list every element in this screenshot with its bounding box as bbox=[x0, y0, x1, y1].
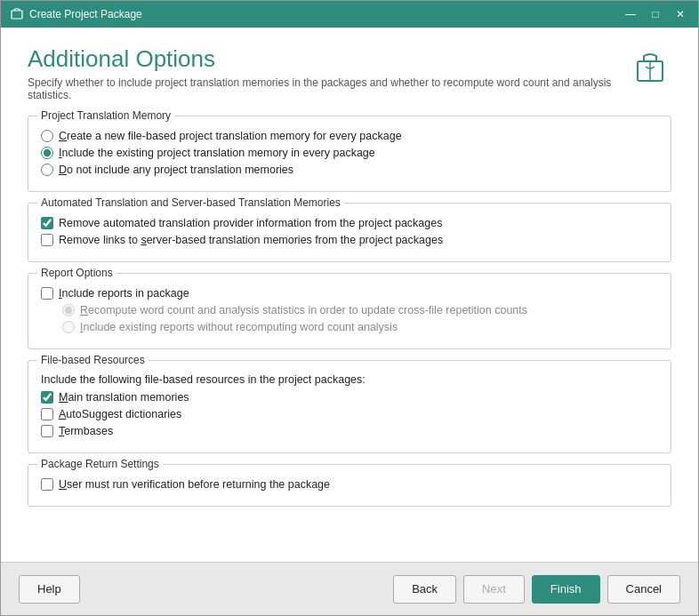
rpt-include-checkbox[interactable] bbox=[41, 287, 53, 300]
maximize-button[interactable]: □ bbox=[647, 8, 664, 20]
ptm-new-radio[interactable] bbox=[41, 130, 53, 142]
rpt-existing-label[interactable]: Include existing reports without recompu… bbox=[80, 321, 398, 333]
ptm-include-label[interactable]: Include the existing project translation… bbox=[59, 147, 375, 159]
fr-main-tm-row: Main translation memories bbox=[41, 391, 658, 404]
package-return-legend: Package Return Settings bbox=[37, 458, 163, 470]
close-button[interactable]: ✕ bbox=[671, 8, 689, 20]
file-resources-include-label: Include the following file-based resourc… bbox=[41, 373, 658, 386]
fr-termbases-label[interactable]: Termbases bbox=[59, 425, 113, 437]
report-sub-options: Recompute word count and analysis statis… bbox=[62, 304, 658, 333]
fr-main-tm-label[interactable]: Main translation memories bbox=[59, 391, 189, 404]
header-section: Additional Options Specify whether to in… bbox=[28, 45, 671, 101]
window: Create Project Package — □ ✕ Additional … bbox=[0, 0, 699, 616]
pr-verify-label[interactable]: User must run verification before return… bbox=[59, 478, 330, 491]
cancel-button[interactable]: Cancel bbox=[607, 575, 680, 604]
project-tm-section: Project Translation Memory Create a new … bbox=[28, 116, 671, 192]
at-remove-server-checkbox[interactable] bbox=[41, 234, 53, 246]
ptm-new-label[interactable]: Create a new file-based project translat… bbox=[59, 130, 402, 142]
footer-left: Help bbox=[19, 575, 393, 604]
next-button[interactable]: Next bbox=[463, 575, 525, 604]
ptm-none-radio[interactable] bbox=[41, 164, 53, 176]
titlebar-controls: — □ ✕ bbox=[622, 8, 689, 20]
titlebar-title: Create Project Package bbox=[29, 8, 622, 20]
back-button[interactable]: Back bbox=[393, 575, 456, 604]
file-resources-section: File-based Resources Include the followi… bbox=[28, 360, 671, 453]
fr-autosuggest-row: AutoSuggest dictionaries bbox=[41, 408, 658, 420]
at-remove-auto-checkbox[interactable] bbox=[41, 217, 53, 229]
package-icon bbox=[629, 45, 671, 88]
package-return-section: Package Return Settings User must run ve… bbox=[28, 464, 671, 507]
page-title: Additional Options bbox=[28, 45, 629, 73]
ptm-none-row: Do not include any project translation m… bbox=[41, 164, 658, 176]
automated-tm-legend: Automated Translation and Server-based T… bbox=[37, 196, 344, 209]
fr-termbases-row: Termbases bbox=[41, 425, 658, 437]
content-area: Additional Options Specify whether to in… bbox=[1, 28, 698, 562]
titlebar-icon bbox=[10, 7, 24, 21]
footer: Help Back Next Finish Cancel bbox=[1, 562, 698, 615]
rpt-include-label[interactable]: Include reports in package bbox=[59, 287, 189, 300]
at-remove-server-row: Remove links to server-based translation… bbox=[41, 234, 658, 246]
svg-rect-0 bbox=[12, 11, 22, 19]
footer-right: Back Next Finish Cancel bbox=[393, 575, 680, 604]
automated-tm-section: Automated Translation and Server-based T… bbox=[28, 203, 671, 262]
fr-termbases-checkbox[interactable] bbox=[41, 425, 53, 437]
rpt-include-row: Include reports in package bbox=[41, 287, 658, 300]
rpt-recompute-row: Recompute word count and analysis statis… bbox=[62, 304, 658, 316]
ptm-include-row: Include the existing project translation… bbox=[41, 147, 658, 159]
rpt-existing-row: Include existing reports without recompu… bbox=[62, 321, 658, 333]
ptm-include-radio[interactable] bbox=[41, 147, 53, 159]
ptm-new-row: Create a new file-based project translat… bbox=[41, 130, 658, 142]
header-text: Additional Options Specify whether to in… bbox=[28, 45, 629, 101]
rpt-recompute-radio[interactable] bbox=[62, 304, 75, 316]
at-remove-auto-row: Remove automated translation provider in… bbox=[41, 217, 658, 229]
project-tm-legend: Project Translation Memory bbox=[37, 109, 174, 122]
fr-main-tm-checkbox[interactable] bbox=[41, 391, 53, 404]
rpt-recompute-label[interactable]: Recompute word count and analysis statis… bbox=[80, 304, 527, 316]
at-remove-server-label[interactable]: Remove links to server-based translation… bbox=[59, 234, 443, 246]
report-options-section: Report Options Include reports in packag… bbox=[28, 273, 671, 349]
fr-autosuggest-checkbox[interactable] bbox=[41, 408, 53, 420]
help-button[interactable]: Help bbox=[19, 575, 80, 604]
page-subtitle: Specify whether to include project trans… bbox=[28, 76, 629, 101]
ptm-none-label[interactable]: Do not include any project translation m… bbox=[59, 164, 293, 176]
at-remove-auto-label[interactable]: Remove automated translation provider in… bbox=[59, 217, 442, 229]
pr-verify-row: User must run verification before return… bbox=[41, 478, 658, 491]
minimize-button[interactable]: — bbox=[622, 8, 639, 20]
finish-button[interactable]: Finish bbox=[532, 575, 600, 604]
fr-autosuggest-label[interactable]: AutoSuggest dictionaries bbox=[59, 408, 181, 420]
rpt-existing-radio[interactable] bbox=[62, 321, 75, 333]
pr-verify-checkbox[interactable] bbox=[41, 478, 53, 491]
report-options-legend: Report Options bbox=[37, 267, 116, 279]
titlebar: Create Project Package — □ ✕ bbox=[1, 1, 698, 28]
file-resources-legend: File-based Resources bbox=[37, 354, 149, 366]
